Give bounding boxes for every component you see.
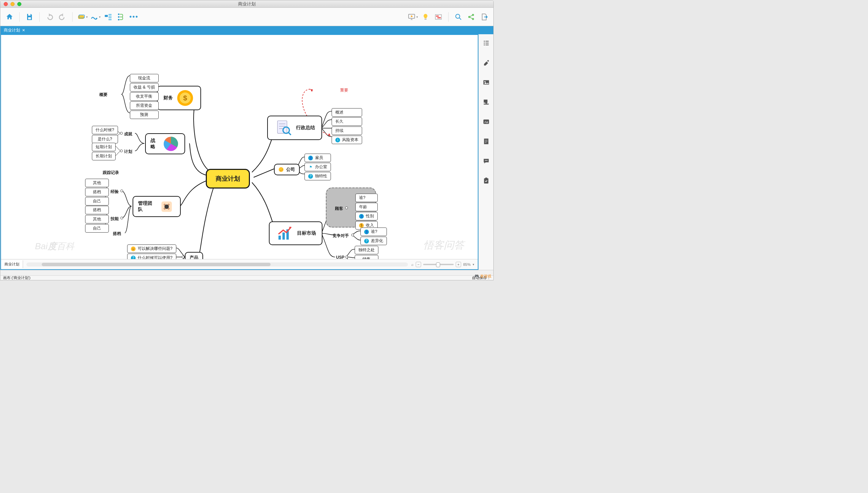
finance-items: 现金流 收益 & 亏损 收支平衡 所需资金 预测 xyxy=(130,74,159,119)
svg-rect-22 xyxy=(484,104,489,105)
list-item[interactable]: 收支平衡 xyxy=(130,92,159,101)
list-item[interactable]: 收益 & 亏损 xyxy=(130,83,159,92)
document-tab[interactable]: 商业计划 ✕ xyxy=(0,26,28,34)
zoom-fit-icon[interactable]: ⌕ xyxy=(411,262,414,267)
sheet-tab[interactable]: 商业计划 xyxy=(1,260,23,268)
strategy-g1-label: 成就 xyxy=(124,131,132,137)
svg-point-21 xyxy=(484,81,486,82)
target-market-node[interactable]: 目标市场 xyxy=(269,221,322,245)
list-item[interactable]: 性别 xyxy=(355,212,378,220)
company-node[interactable]: 公司 xyxy=(274,164,300,175)
finance-group-label: 概要 xyxy=(99,92,107,98)
share-button[interactable] xyxy=(466,11,477,23)
target-label: 目标市场 xyxy=(297,230,316,236)
customer-items: 谁? 年龄 性别 收入 xyxy=(355,194,378,230)
app-window: 商业计划 ▾ ▾ ••• ▾ 商业计划 ✕ Aa xyxy=(0,0,494,280)
svg-rect-1 xyxy=(28,17,31,19)
titlebar: 商业计划 xyxy=(0,0,493,8)
list-item[interactable]: 现金流 xyxy=(130,74,159,82)
gantt-button[interactable] xyxy=(433,11,444,23)
chevron-down-icon[interactable]: ▾ xyxy=(473,263,474,266)
list-item[interactable]: 谁? xyxy=(360,228,387,236)
zoom-in-button[interactable]: + xyxy=(456,262,461,267)
competitor-items: 谁? 差异化 xyxy=(360,228,387,245)
list-item[interactable]: 其他 xyxy=(85,215,109,223)
relationship-button[interactable]: ▾ xyxy=(90,11,101,23)
notes-icon[interactable] xyxy=(482,137,490,145)
summary-button[interactable] xyxy=(115,11,127,23)
redo-button[interactable] xyxy=(57,11,68,23)
save-button[interactable] xyxy=(24,11,35,23)
team-skill-extra[interactable]: 搭档 xyxy=(113,231,121,237)
list-item[interactable]: 长久 xyxy=(332,117,362,126)
h-scrollbar[interactable] xyxy=(26,262,408,267)
list-item[interactable]: 可以解决哪些问题? xyxy=(127,244,176,253)
idea-button[interactable] xyxy=(420,11,431,23)
export-button[interactable] xyxy=(478,11,490,23)
svg-rect-8 xyxy=(118,14,119,15)
svg-rect-14 xyxy=(436,16,439,17)
topic-button[interactable]: ▾ xyxy=(77,11,88,23)
piechart-icon xyxy=(162,134,180,153)
coin-icon: $ xyxy=(176,88,195,107)
list-item[interactable]: 持续 xyxy=(332,126,362,135)
arrow-label: 重要 xyxy=(340,87,348,93)
user-icon xyxy=(359,214,364,219)
image-icon[interactable] xyxy=(482,78,490,86)
svg-rect-6 xyxy=(108,16,112,18)
competitor-label[interactable]: 竞争对手 xyxy=(333,233,349,239)
list-item[interactable]: 预测 xyxy=(130,111,159,119)
team-skill-label: 技能 xyxy=(111,216,119,222)
customer-label[interactable]: 顾客 xyxy=(335,206,343,212)
list-item[interactable]: 短期计划 xyxy=(92,143,116,151)
user-icon xyxy=(308,156,313,160)
canvas-bottom-bar: 商业计划 ⌕ − + 85% ▾ xyxy=(1,259,478,269)
list-item[interactable]: 搭档 xyxy=(85,188,109,196)
svg-rect-38 xyxy=(278,236,281,240)
font-icon[interactable]: Aa xyxy=(482,118,490,126)
comments-icon[interactable] xyxy=(482,157,490,165)
list-item[interactable]: 谁? xyxy=(355,194,378,202)
list-item[interactable]: 自己 xyxy=(85,224,109,233)
boundary-button[interactable] xyxy=(102,11,114,23)
list-item[interactable]: 是什么? xyxy=(92,135,118,143)
zoom-out-button[interactable]: − xyxy=(416,262,421,267)
list-item[interactable]: 其他 xyxy=(85,179,109,187)
list-item[interactable]: 办公室 xyxy=(304,163,331,171)
list-item[interactable]: 长期计划 xyxy=(92,152,116,160)
list-item[interactable]: 概述 xyxy=(332,108,362,117)
maximize-icon[interactable] xyxy=(17,2,21,6)
exec-summary-node[interactable]: 行政总结 xyxy=(267,116,322,140)
present-button[interactable]: ▾ xyxy=(407,11,418,23)
undo-button[interactable] xyxy=(44,11,55,23)
list-item[interactable]: 差异化 xyxy=(360,237,387,245)
outline-icon[interactable] xyxy=(482,39,490,47)
list-item[interactable]: 独特性 xyxy=(304,172,331,180)
finance-node[interactable]: 财务 $ xyxy=(157,86,201,110)
list-item[interactable]: 什么时候? xyxy=(92,126,118,134)
list-item[interactable]: 雇员 xyxy=(304,154,331,162)
list-item[interactable]: 所需资金 xyxy=(130,101,159,110)
team-node[interactable]: 管理团队 xyxy=(133,196,181,217)
list-item[interactable]: 自己 xyxy=(85,197,109,205)
central-topic[interactable]: 商业计划 xyxy=(206,169,250,189)
strategy-node[interactable]: 战略 xyxy=(145,133,185,154)
list-item[interactable]: 年龄 xyxy=(355,203,378,211)
close-icon[interactable] xyxy=(4,2,8,6)
more-button[interactable]: ••• xyxy=(128,11,140,23)
home-button[interactable] xyxy=(4,11,15,23)
list-item[interactable]: 独特之处 xyxy=(355,246,378,254)
list-item[interactable]: 搭档 xyxy=(85,206,109,214)
footer-bar: 画布 ('商业计划') 自动保存： 🎮 发游戏 xyxy=(0,275,493,280)
mindmap-canvas[interactable]: Bai度百科 悟客问答 商业计划 财务 $ 概要 现金流 收益 & 亏损 收支平… xyxy=(1,35,478,259)
task-icon[interactable] xyxy=(482,177,490,185)
toolbar: ▾ ▾ ••• ▾ xyxy=(0,8,493,26)
minimize-icon[interactable] xyxy=(11,2,15,6)
zoom-slider[interactable] xyxy=(423,264,454,265)
team-label: 管理团队 xyxy=(138,200,155,213)
list-item[interactable]: 风险资本 xyxy=(332,136,362,144)
close-tab-icon[interactable]: ✕ xyxy=(22,28,25,33)
marker-icon[interactable] xyxy=(482,98,490,106)
search-button[interactable] xyxy=(453,11,464,23)
format-icon[interactable] xyxy=(482,59,490,67)
